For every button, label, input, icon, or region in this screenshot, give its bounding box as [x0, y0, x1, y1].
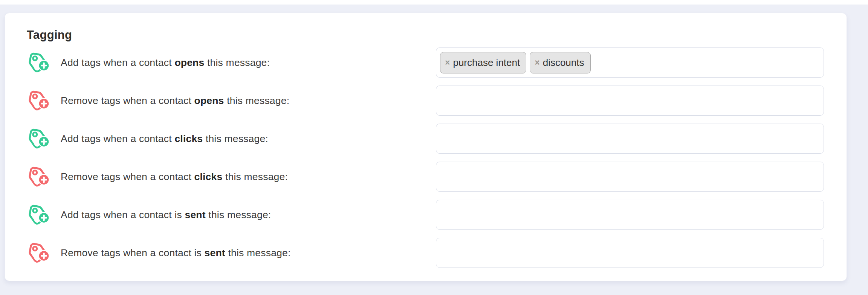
tag-pill-label: discounts — [543, 57, 584, 69]
row-label: Add tags when a contact clicks this mess… — [61, 133, 268, 145]
tag-pill-label: purchase intent — [453, 57, 520, 69]
tagging-row-remove-sent: Remove tags when a contact is sent this … — [26, 238, 824, 268]
section-title: Tagging — [27, 28, 823, 42]
tag-remove-icon — [26, 90, 51, 112]
tags-input-add-sent[interactable] — [436, 200, 824, 230]
tag-add-icon — [26, 128, 51, 150]
tags-input-add-opens[interactable]: × purchase intent × discounts — [436, 47, 824, 78]
tagging-settings-card: Tagging Add tags when a contact opens th… — [5, 13, 847, 281]
tagging-row-add-sent: Add tags when a contact is sent this mes… — [26, 200, 824, 230]
row-label: Add tags when a contact opens this messa… — [61, 57, 270, 69]
tags-input-remove-opens[interactable] — [436, 86, 824, 116]
tag-pill[interactable]: × discounts — [530, 52, 590, 73]
tag-add-icon — [26, 52, 51, 73]
tag-remove-icon — [26, 242, 51, 264]
tag-pill[interactable]: × purchase intent — [440, 52, 526, 73]
tags-input-remove-sent[interactable] — [436, 238, 824, 268]
tagging-row-remove-clicks: Remove tags when a contact clicks this m… — [26, 162, 824, 192]
remove-tag-icon[interactable]: × — [445, 58, 450, 67]
tag-add-icon — [26, 204, 51, 226]
tagging-row-add-clicks: Add tags when a contact clicks this mess… — [26, 124, 824, 154]
row-label: Remove tags when a contact is sent this … — [61, 247, 291, 259]
tags-input-add-clicks[interactable] — [436, 124, 824, 154]
top-background-strip — [0, 0, 868, 5]
row-label: Remove tags when a contact clicks this m… — [61, 171, 288, 183]
tags-input-remove-clicks[interactable] — [436, 162, 824, 192]
row-label: Remove tags when a contact opens this me… — [61, 95, 289, 107]
remove-tag-icon[interactable]: × — [535, 58, 539, 67]
tag-remove-icon — [26, 166, 51, 188]
tagging-row-add-opens: Add tags when a contact opens this messa… — [26, 47, 824, 78]
row-label: Add tags when a contact is sent this mes… — [61, 209, 271, 221]
tagging-row-remove-opens: Remove tags when a contact opens this me… — [26, 86, 824, 116]
